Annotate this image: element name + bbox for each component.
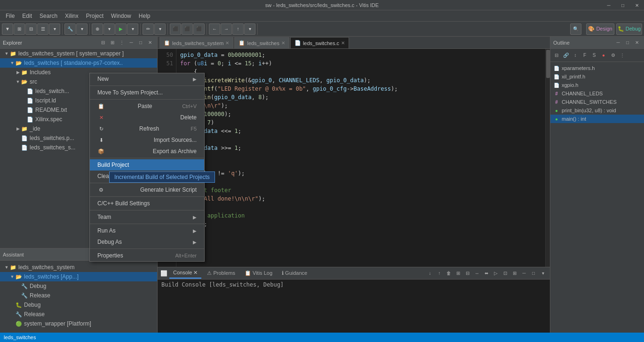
- console-btn3[interactable]: ↔: [473, 269, 481, 278]
- menu-file[interactable]: File: [2, 12, 18, 20]
- menu-xilinx[interactable]: Xilinx: [61, 12, 82, 20]
- outline-btn-red[interactable]: ●: [599, 51, 608, 60]
- toolbar-btn-7[interactable]: ✏: [143, 23, 154, 35]
- outline-xil-printf[interactable]: 📄 xil_printf.h: [550, 72, 644, 81]
- outline-channel-leds[interactable]: # CHANNEL_LEDS: [550, 89, 644, 98]
- tab-system[interactable]: 📋 leds_switches_system ✕: [159, 37, 233, 48]
- search-button[interactable]: 🔍: [570, 23, 581, 35]
- toolbar-btn-8[interactable]: ⬛: [170, 23, 181, 35]
- console-dropdown[interactable]: ▾: [539, 269, 547, 278]
- toolbar-btn-nav-fwd[interactable]: →: [221, 23, 232, 35]
- ctx-refresh[interactable]: ↻ Refresh F5: [90, 123, 204, 134]
- console-tab-guidance[interactable]: ℹ Guidance: [278, 268, 311, 279]
- console-min[interactable]: ─: [520, 269, 528, 278]
- toolbar-btn-nav-up[interactable]: ↑: [232, 23, 244, 35]
- toolbar-dropdown-4[interactable]: ▾: [127, 23, 138, 35]
- assist-debug[interactable]: 🔧 Debug: [0, 281, 157, 291]
- toolbar-dropdown-2[interactable]: ▾: [76, 23, 87, 35]
- toolbar-btn-10[interactable]: ⬛: [193, 23, 205, 35]
- assist-debug2[interactable]: 🐛 Debug: [0, 300, 157, 310]
- console-clear[interactable]: 🗑: [445, 269, 453, 278]
- tab-leds-c-close[interactable]: ✕: [341, 40, 345, 46]
- tab-leds-c[interactable]: 📄 leds_switches.c ✕: [290, 37, 349, 48]
- tab-system-close[interactable]: ✕: [225, 40, 229, 46]
- console-tab-problems[interactable]: ⚠ Problems: [203, 268, 239, 279]
- toolbar-btn-6[interactable]: ⊕: [92, 23, 103, 35]
- outline-print-bin[interactable]: ● print_bin(u32, u8) : void: [550, 106, 644, 115]
- console-max[interactable]: □: [529, 269, 538, 278]
- maximize-button[interactable]: □: [616, 0, 630, 10]
- ctx-move-system[interactable]: Move To System Project...: [90, 87, 204, 98]
- explorer-collapse-btn[interactable]: ⊟: [99, 39, 107, 47]
- debug-button[interactable]: 🐛 Debug: [616, 23, 642, 35]
- code-area[interactable]: gpio_0_data = 0b00000001; for (u8 i = 0;…: [176, 49, 550, 267]
- ctx-run-as[interactable]: Run As ▶: [90, 225, 204, 236]
- outline-menu[interactable]: ⋮: [618, 51, 627, 60]
- assist-system[interactable]: ▼ 📁 leds_switches_system: [0, 263, 157, 272]
- explorer-max-btn[interactable]: □: [136, 39, 145, 47]
- toolbar-dropdown-5[interactable]: ▾: [154, 23, 166, 35]
- explorer-layout-btn[interactable]: ⊞: [108, 39, 117, 47]
- outline-xgpio[interactable]: 📄 xgpio.h: [550, 81, 644, 89]
- console-scroll-up[interactable]: ↑: [435, 269, 444, 278]
- explorer-close-btn[interactable]: ✕: [146, 39, 154, 47]
- close-button[interactable]: ✕: [630, 0, 644, 10]
- outline-xparameters[interactable]: 📄 xparameters.h: [550, 64, 644, 72]
- assist-platform[interactable]: 🟢 system_wrapper [Platform]: [0, 319, 157, 328]
- assist-app[interactable]: ▼ 📂 leds_switches [App...]: [0, 272, 157, 281]
- console-btn2[interactable]: ⊟: [463, 269, 472, 278]
- ctx-properties[interactable]: Properties Alt+Enter: [90, 250, 204, 261]
- outline-max-btn[interactable]: □: [623, 39, 632, 47]
- console-btn4[interactable]: ⬌: [482, 269, 491, 278]
- console-scroll-down[interactable]: ↓: [426, 269, 434, 278]
- ctx-import[interactable]: ⬇ Import Sources...: [90, 134, 204, 146]
- outline-sort[interactable]: ↕: [571, 51, 580, 60]
- tab-leds-close[interactable]: ✕: [281, 40, 285, 46]
- menu-edit[interactable]: Edit: [18, 12, 36, 20]
- outline-main[interactable]: ● main() : int: [550, 115, 644, 123]
- editor-scrollbar[interactable]: [545, 49, 550, 267]
- ctx-linker[interactable]: ⚙ Generate Linker Script: [90, 184, 204, 195]
- console-tab-vitis[interactable]: 📋 Vitis Log: [241, 268, 276, 279]
- toolbar-btn-3[interactable]: ⊟: [25, 23, 37, 35]
- assist-release2[interactable]: 🔧 Release: [0, 310, 157, 319]
- toolbar-btn-5[interactable]: 🔧: [64, 23, 76, 35]
- ctx-delete[interactable]: ✕ Delete: [90, 112, 204, 123]
- outline-filter-fields[interactable]: F: [580, 51, 589, 60]
- outline-channel-switches[interactable]: # CHANNEL_SWITCHES: [550, 98, 644, 106]
- toolbar-btn-9[interactable]: ⬛: [182, 23, 193, 35]
- tree-item-app[interactable]: ▼ 📂 leds_switches [ standalone-ps7-corte…: [0, 58, 157, 68]
- toolbar-btn-1[interactable]: ▼: [2, 23, 13, 35]
- toolbar-dropdown-3[interactable]: ▾: [103, 23, 115, 35]
- console-btn1[interactable]: ⊞: [454, 269, 462, 278]
- explorer-menu-btn[interactable]: ⋮: [118, 39, 126, 47]
- menu-project[interactable]: Project: [82, 12, 107, 20]
- ctx-build-settings[interactable]: C/C++ Build Settings: [90, 198, 204, 209]
- toolbar-dropdown-6[interactable]: ▾: [244, 23, 255, 35]
- ctx-debug-as[interactable]: Debug As ▶: [90, 236, 204, 248]
- console-btn6[interactable]: ⊡: [501, 269, 509, 278]
- ctx-export[interactable]: 📦 Export as Archive: [90, 146, 204, 157]
- toolbar-btn-nav-back[interactable]: ←: [209, 23, 220, 35]
- menu-search[interactable]: Search: [36, 12, 61, 20]
- outline-collapse-all[interactable]: ⊟: [552, 51, 561, 60]
- ctx-team[interactable]: Team ▶: [90, 211, 204, 223]
- ctx-build[interactable]: Build Project: [90, 159, 204, 171]
- run-button[interactable]: ▶: [115, 23, 127, 35]
- assist-release[interactable]: 🔧 Release: [0, 291, 157, 300]
- ctx-paste[interactable]: 📋 Paste Ctrl+V: [90, 101, 204, 112]
- toolbar-dropdown-1[interactable]: ▾: [49, 23, 60, 35]
- console-tab-console[interactable]: Console ✕: [169, 268, 201, 279]
- outline-close-btn[interactable]: ✕: [633, 39, 641, 47]
- explorer-min-btn[interactable]: ─: [127, 39, 135, 47]
- minimize-button[interactable]: ─: [602, 0, 616, 10]
- toolbar-btn-2[interactable]: ⊞: [14, 23, 25, 35]
- console-btn5[interactable]: ▷: [492, 269, 500, 278]
- toolbar-btn-4[interactable]: ☰: [37, 23, 48, 35]
- console-btn7[interactable]: ⊞: [510, 269, 519, 278]
- design-button[interactable]: 🎨 Design: [586, 23, 614, 35]
- tree-item-system[interactable]: ▼ 📁 leds_switches_system [ system_wrappe…: [0, 49, 157, 58]
- outline-min-btn[interactable]: ─: [614, 39, 622, 47]
- tab-leds[interactable]: 📋 leds_switches ✕: [234, 37, 289, 48]
- menu-window[interactable]: Window: [107, 12, 135, 20]
